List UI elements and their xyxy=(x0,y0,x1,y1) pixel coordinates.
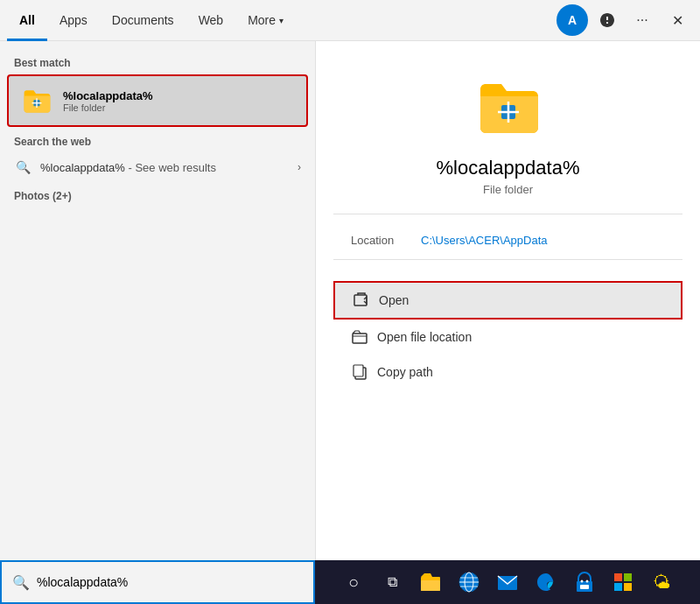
svg-rect-26 xyxy=(624,583,632,591)
taskbar-store-icon[interactable] xyxy=(569,566,600,598)
nav-tabs: All Apps Documents Web More ▾ A ··· xyxy=(0,0,700,41)
open-label: Open xyxy=(379,293,409,307)
svg-point-20 xyxy=(581,580,584,583)
taskbar-tiles-icon[interactable] xyxy=(607,566,639,598)
svg-rect-24 xyxy=(624,573,632,581)
tab-documents[interactable]: Documents xyxy=(100,0,186,41)
search-input[interactable] xyxy=(37,575,303,589)
location-label: Location xyxy=(351,234,421,247)
tab-more[interactable]: More ▾ xyxy=(235,0,296,41)
left-panel: Best match %localappdata% File folder xyxy=(0,41,315,604)
folder-icon-small xyxy=(19,83,54,118)
feedback-button[interactable] xyxy=(592,4,623,36)
taskbar-mail-icon[interactable] xyxy=(492,566,523,598)
web-search-text: %localappdata% - See web results xyxy=(40,161,216,174)
tab-apps[interactable]: Apps xyxy=(47,0,100,41)
action-buttons: Open Open file location xyxy=(333,281,682,390)
tab-all[interactable]: All xyxy=(7,0,47,41)
best-match-text: %localappdata% File folder xyxy=(63,89,153,113)
copy-path-label: Copy path xyxy=(377,365,433,379)
best-match-label: Best match xyxy=(0,50,315,73)
taskbar: ○ ⧉ xyxy=(315,560,700,604)
chevron-down-icon: ▾ xyxy=(279,16,284,25)
web-search-label: Search the web xyxy=(0,129,315,151)
taskbar-search-icon[interactable]: ○ xyxy=(338,566,369,598)
taskbar-explorer-icon[interactable] xyxy=(415,566,446,598)
svg-rect-25 xyxy=(614,583,622,591)
open-icon xyxy=(353,291,370,309)
best-match-item[interactable]: %localappdata% File folder xyxy=(7,74,308,127)
svg-rect-6 xyxy=(354,295,367,306)
search-bar-icon: 🔍 xyxy=(12,574,30,591)
right-content: %localappdata% File folder Location C:\U… xyxy=(316,41,700,407)
photos-label: Photos (2+) xyxy=(0,183,315,206)
info-row-location: Location C:\Users\ACER\AppData xyxy=(333,228,682,252)
taskbar-taskview-icon[interactable]: ⧉ xyxy=(376,566,408,598)
open-button[interactable]: Open xyxy=(333,281,682,320)
location-value[interactable]: C:\Users\ACER\AppData xyxy=(421,234,548,247)
search-circle-icon: 🔍 xyxy=(14,158,32,176)
right-panel: %localappdata% File folder Location C:\U… xyxy=(315,41,700,604)
divider xyxy=(333,214,682,214)
svg-point-21 xyxy=(586,580,589,583)
user-avatar[interactable]: A xyxy=(556,4,588,36)
open-file-location-label: Open file location xyxy=(377,330,472,344)
copy-path-button[interactable]: Copy path xyxy=(333,355,682,390)
divider-2 xyxy=(333,259,682,260)
best-match-title: %localappdata% xyxy=(63,89,153,102)
svg-rect-22 xyxy=(580,585,589,589)
content-area: Best match %localappdata% File folder xyxy=(0,41,700,604)
svg-rect-23 xyxy=(614,573,622,581)
tab-web[interactable]: Web xyxy=(186,0,236,41)
taskbar-browser-icon[interactable] xyxy=(453,566,485,598)
chevron-right-icon: › xyxy=(298,161,301,173)
web-search-item[interactable]: 🔍 %localappdata% - See web results › xyxy=(0,151,315,183)
best-match-subtitle: File folder xyxy=(63,102,153,113)
open-file-location-button[interactable]: Open file location xyxy=(333,320,682,355)
search-bar: 🔍 xyxy=(0,560,315,604)
taskbar-weather-icon[interactable]: 🌤 xyxy=(646,566,677,598)
svg-rect-9 xyxy=(354,365,363,376)
svg-rect-7 xyxy=(353,334,367,343)
close-button[interactable]: ✕ xyxy=(662,4,693,36)
folder-icon-large xyxy=(469,67,548,146)
taskbar-edge-icon[interactable] xyxy=(530,566,562,598)
copy-path-icon xyxy=(351,363,368,381)
open-file-location-icon xyxy=(351,328,368,346)
nav-right-controls: A ··· ✕ xyxy=(556,4,693,36)
search-window: All Apps Documents Web More ▾ A ··· xyxy=(0,0,700,604)
result-title: %localappdata% xyxy=(437,157,580,179)
svg-rect-11 xyxy=(421,580,440,591)
ellipsis-button[interactable]: ··· xyxy=(626,4,658,36)
result-subtitle: File folder xyxy=(483,183,533,196)
